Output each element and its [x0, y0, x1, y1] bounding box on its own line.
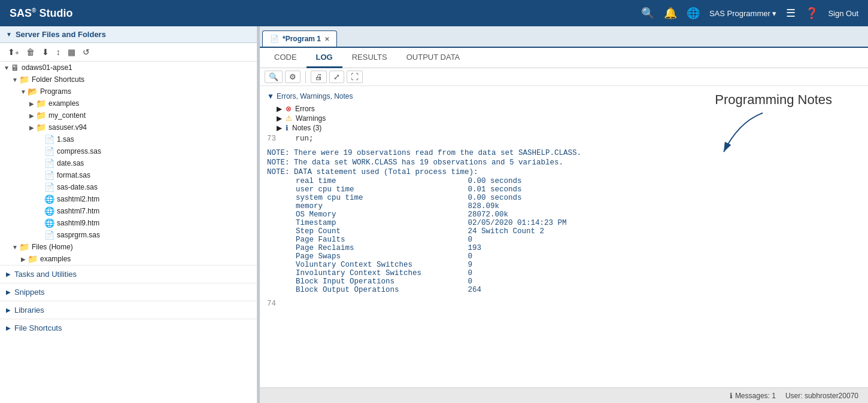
ewn-header[interactable]: ▼ Errors, Warnings, Notes: [267, 91, 861, 104]
tree-item-compress[interactable]: 📄 compress.sas: [0, 145, 257, 157]
ewn-collapse-icon[interactable]: ▼: [267, 92, 274, 100]
page-faults-label: Page Faults: [296, 236, 463, 244]
tab-log[interactable]: LOG: [306, 48, 342, 68]
server-files-label: Server Files and Folders: [16, 30, 106, 39]
tree-leaf-1sas: [36, 136, 44, 143]
tree-toggle-examples[interactable]: ▶: [28, 100, 36, 107]
tree-label-odaws01: odaws01-apse1: [22, 63, 72, 72]
tree-item-folder-shortcuts[interactable]: ▼ 📁 Folder Shortcuts: [0, 74, 257, 86]
block-input-val: 0: [468, 277, 473, 286]
block-output-row: Block Output Operations 264: [296, 286, 861, 294]
libraries-toggle-icon: ▶: [6, 307, 11, 313]
download-button[interactable]: ⬇: [39, 45, 52, 59]
help-icon[interactable]: ❓: [805, 7, 818, 20]
sys-cpu-val: 0.00 seconds: [468, 194, 522, 202]
sidebar-item-snippets[interactable]: ▶ Snippets: [0, 283, 257, 301]
upload-button[interactable]: ↕: [53, 45, 63, 59]
tree-item-sashtml2[interactable]: 🌐 sashtml2.htm: [0, 193, 257, 205]
ewn-notes[interactable]: ▶ ℹ Notes (3): [267, 123, 861, 133]
log-expand-button[interactable]: ⤢: [329, 71, 344, 83]
log-filter-button[interactable]: ⚙: [285, 71, 301, 83]
tree-item-examples[interactable]: ▶ 📁 examples: [0, 97, 257, 109]
notifications-icon[interactable]: 🔔: [664, 7, 677, 20]
block-output-val: 264: [468, 286, 482, 294]
signout-button[interactable]: Sign Out: [828, 9, 858, 18]
tree-item-sasuser[interactable]: ▶ 📁 sasuser.v94: [0, 121, 257, 133]
tree-item-format[interactable]: 📄 format.sas: [0, 169, 257, 181]
vol-ctx-val: 9: [468, 261, 473, 269]
log-print-button[interactable]: 🖨: [311, 71, 327, 83]
real-time-val: 0.00 seconds: [468, 177, 522, 185]
tree-toggle-folder-shortcuts[interactable]: ▼: [11, 77, 19, 83]
tree-toggle-sasuser[interactable]: ▶: [28, 124, 36, 131]
sashtml7-icon: 🌐: [44, 206, 54, 216]
tree-toggle-examples2[interactable]: ▶: [19, 256, 28, 262]
date-icon: 📄: [44, 158, 54, 168]
ewn-warnings[interactable]: ▶ ⚠ Warnings: [267, 114, 861, 123]
server-files-toggle[interactable]: ▼: [6, 31, 12, 38]
tree-item-sashtml7[interactable]: 🌐 sashtml7.htm: [0, 205, 257, 217]
brand-logo: SAS® Studio: [10, 7, 72, 20]
tree-item-my-content[interactable]: ▶ 📁 my_content: [0, 109, 257, 121]
tree-item-sasprgrm[interactable]: 📄 sasprgrm.sas: [0, 229, 257, 241]
tasks-label: Tasks and Utilities: [14, 270, 77, 279]
user-menu[interactable]: SAS Programmer: [709, 9, 777, 18]
programs-icon: 📂: [28, 87, 38, 96]
page-reclaims-val: 193: [468, 244, 482, 252]
tab-code[interactable]: CODE: [265, 48, 306, 68]
properties-button[interactable]: ▦: [65, 45, 78, 59]
sidebar-item-libraries[interactable]: ▶ Libraries: [0, 301, 257, 319]
tree-item-date[interactable]: 📄 date.sas: [0, 157, 257, 169]
error-circle-icon: ⊗: [286, 105, 292, 113]
delete-button[interactable]: 🗑: [23, 45, 38, 59]
tab-program1[interactable]: 📄 *Program 1 ✕: [262, 30, 337, 47]
tab-results[interactable]: RESULTS: [342, 48, 397, 68]
my-content-icon: 📁: [36, 111, 46, 120]
tab-program1-close[interactable]: ✕: [324, 36, 329, 42]
tree-label-1sas: 1.sas: [57, 135, 74, 144]
tree-toggle-programs[interactable]: ▼: [19, 88, 28, 95]
menu-icon[interactable]: ☰: [786, 7, 796, 20]
step-count-val: 24 Switch Count 2: [468, 227, 545, 236]
log-search-button[interactable]: 🔍: [265, 71, 283, 83]
log-fullscreen-button[interactable]: ⛶: [347, 71, 363, 83]
tree-item-examples2[interactable]: ▶ 📁 examples: [0, 253, 257, 265]
global-icon[interactable]: 🌐: [687, 7, 700, 20]
log-content[interactable]: Programming Notes ▼ Errors, Warnings, No…: [260, 86, 868, 387]
os-memory-row: OS Memory 28072.00k: [296, 210, 861, 219]
tree-label-programs: Programs: [40, 87, 71, 96]
block-input-row: Block Input Operations 0: [296, 277, 861, 286]
tree-item-files-home[interactable]: ▼ 📁 Files (Home): [0, 241, 257, 253]
server-files-header[interactable]: ▼ Server Files and Folders: [0, 26, 257, 43]
refresh-button[interactable]: ↺: [80, 45, 93, 59]
user-cpu-val: 0.01 seconds: [468, 185, 522, 194]
timestamp-row: Timestamp 02/05/2020 01:14:23 PM: [296, 219, 861, 227]
tab-output-data[interactable]: OUTPUT DATA: [397, 48, 470, 68]
sidebar-item-file-shortcuts[interactable]: ▶ File Shortcuts: [0, 319, 257, 337]
code-73: run;: [296, 135, 314, 143]
tree-item-odaws01[interactable]: ▼ 🖥 odaws01-apse1: [0, 62, 257, 74]
file-tree: ▼ 🖥 odaws01-apse1 ▼ 📁 Folder Shortcuts ▼…: [0, 62, 257, 265]
tasks-toggle-icon: ▶: [6, 271, 11, 277]
tree-item-1sas[interactable]: 📄 1.sas: [0, 133, 257, 145]
notes-label: Notes (3): [292, 124, 321, 132]
warning-triangle-icon: ⚠: [286, 114, 292, 123]
new-button[interactable]: ⬆+: [5, 45, 22, 59]
tree-toggle-files-home[interactable]: ▼: [11, 244, 19, 251]
warnings-label: Warnings: [296, 114, 326, 123]
timestamp-val: 02/05/2020 01:14:23 PM: [468, 219, 567, 227]
tree-label-sasuser: sasuser.v94: [48, 123, 87, 132]
ewn-errors[interactable]: ▶ ⊗ Errors: [267, 104, 861, 114]
format-icon: 📄: [44, 170, 54, 180]
tree-item-sashtml9[interactable]: 🌐 sashtml9.htm: [0, 217, 257, 229]
tree-toggle-my-content[interactable]: ▶: [28, 112, 36, 119]
sidebar-item-tasks[interactable]: ▶ Tasks and Utilities: [0, 265, 257, 283]
step-count-label: Step Count: [296, 227, 463, 236]
tree-item-programs[interactable]: ▼ 📂 Programs: [0, 86, 257, 97]
search-icon[interactable]: 🔍: [641, 7, 654, 20]
sidebar-toolbar: ⬆+ 🗑 ⬇ ↕ ▦ ↺: [0, 43, 257, 62]
examples2-icon: 📁: [28, 254, 38, 264]
tree-item-sasdate[interactable]: 📄 sas-date.sas: [0, 181, 257, 193]
tree-toggle-odaws01[interactable]: ▼: [2, 65, 11, 71]
sas-file-icon: 📄: [44, 135, 54, 144]
